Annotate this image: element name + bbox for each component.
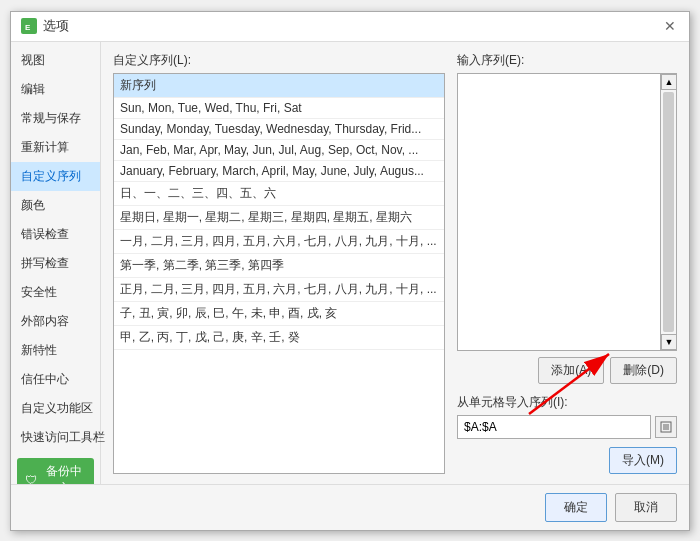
scroll-thumb[interactable]	[663, 92, 674, 332]
sidebar: 视图 编辑 常规与保存 重新计算 自定义序列 颜色 错误检查 拼写检查 安全性 …	[11, 42, 101, 484]
sidebar-item-view[interactable]: 视图	[11, 46, 100, 75]
list-label: 自定义序列(L):	[113, 52, 445, 69]
sidebar-item-recalc[interactable]: 重新计算	[11, 133, 100, 162]
sidebar-item-general[interactable]: 常规与保存	[11, 104, 100, 133]
cancel-button[interactable]: 取消	[615, 493, 677, 522]
custom-list-box[interactable]: 新序列 Sun, Mon, Tue, Wed, Thu, Fri, Sat Su…	[113, 73, 445, 474]
list-item-2[interactable]: Jan, Feb, Mar, Apr, May, Jun, Jul, Aug, …	[114, 140, 444, 161]
svg-text:E: E	[25, 23, 31, 32]
right-panel: 输入序列(E): ▲ ▼ 添加(A) 删除(D)	[457, 52, 677, 474]
list-item-5[interactable]: 星期日, 星期一, 星期二, 星期三, 星期四, 星期五, 星期六	[114, 206, 444, 230]
sidebar-item-quick-access[interactable]: 快速访问工具栏	[11, 423, 100, 452]
left-panel: 自定义序列(L): 新序列 Sun, Mon, Tue, Wed, Thu, F…	[113, 52, 445, 474]
add-button[interactable]: 添加(A)	[538, 357, 604, 384]
sidebar-item-trust[interactable]: 信任中心	[11, 365, 100, 394]
sidebar-bottom: 🛡 备份中心 ⊙ 操作技巧	[11, 452, 100, 484]
scroll-up-btn[interactable]: ▲	[661, 74, 677, 90]
close-button[interactable]: ✕	[661, 17, 679, 35]
title-bar-left: E 选项	[21, 17, 69, 35]
svg-rect-3	[663, 424, 669, 430]
app-icon: E	[21, 18, 37, 34]
list-item-10[interactable]: 甲, 乙, 丙, 丁, 戊, 己, 庚, 辛, 壬, 癸	[114, 326, 444, 350]
dialog-footer: 确定 取消	[11, 484, 689, 530]
backup-icon: 🛡	[25, 473, 37, 484]
textarea-wrap	[457, 73, 661, 351]
pick-range-button[interactable]	[655, 416, 677, 438]
confirm-button[interactable]: 确定	[545, 493, 607, 522]
sidebar-item-custom-list[interactable]: 自定义序列	[11, 162, 100, 191]
input-label: 输入序列(E):	[457, 52, 677, 69]
sidebar-item-edit[interactable]: 编辑	[11, 75, 100, 104]
import-btn-row: 导入(M)	[457, 447, 677, 474]
delete-button[interactable]: 删除(D)	[610, 357, 677, 384]
list-item-9[interactable]: 子, 丑, 寅, 卯, 辰, 巳, 午, 未, 申, 酉, 戌, 亥	[114, 302, 444, 326]
sidebar-item-color[interactable]: 颜色	[11, 191, 100, 220]
list-item-8[interactable]: 正月, 二月, 三月, 四月, 五月, 六月, 七月, 八月, 九月, 十月, …	[114, 278, 444, 302]
input-sequence-textarea[interactable]	[457, 73, 661, 351]
backup-center-button[interactable]: 🛡 备份中心	[17, 458, 94, 484]
list-item-0[interactable]: Sun, Mon, Tue, Wed, Thu, Fri, Sat	[114, 98, 444, 119]
sidebar-item-spell[interactable]: 拼写检查	[11, 249, 100, 278]
list-item-1[interactable]: Sunday, Monday, Tuesday, Wednesday, Thur…	[114, 119, 444, 140]
import-button[interactable]: 导入(M)	[609, 447, 677, 474]
sidebar-item-external[interactable]: 外部内容	[11, 307, 100, 336]
list-item-new[interactable]: 新序列	[114, 74, 444, 98]
import-label: 从单元格导入序列(I):	[457, 394, 677, 411]
range-pick-icon	[660, 421, 672, 433]
dialog-title: 选项	[43, 17, 69, 35]
list-item-4[interactable]: 日、一、二、三、四、五、六	[114, 182, 444, 206]
list-item-3[interactable]: January, February, March, April, May, Ju…	[114, 161, 444, 182]
import-row	[457, 415, 677, 439]
title-bar: E 选项 ✕	[11, 12, 689, 42]
sidebar-item-customize[interactable]: 自定义功能区	[11, 394, 100, 423]
import-field[interactable]	[457, 415, 651, 439]
input-area-wrap: ▲ ▼	[457, 73, 677, 351]
sidebar-item-error-check[interactable]: 错误检查	[11, 220, 100, 249]
import-section: 从单元格导入序列(I): 导入(M)	[457, 394, 677, 474]
list-item-6[interactable]: 一月, 二月, 三月, 四月, 五月, 六月, 七月, 八月, 九月, 十月, …	[114, 230, 444, 254]
sidebar-item-security[interactable]: 安全性	[11, 278, 100, 307]
main-content: 自定义序列(L): 新序列 Sun, Mon, Tue, Wed, Thu, F…	[101, 42, 689, 484]
options-dialog: E 选项 ✕ 视图 编辑 常规与保存 重新计算 自定义序列 颜色 错误检查 拼写…	[10, 11, 690, 531]
dialog-body: 视图 编辑 常规与保存 重新计算 自定义序列 颜色 错误检查 拼写检查 安全性 …	[11, 42, 689, 484]
sidebar-item-new-feature[interactable]: 新特性	[11, 336, 100, 365]
content-row: 自定义序列(L): 新序列 Sun, Mon, Tue, Wed, Thu, F…	[113, 52, 677, 474]
scrollbar: ▲ ▼	[661, 73, 677, 351]
list-item-7[interactable]: 第一季, 第二季, 第三季, 第四季	[114, 254, 444, 278]
scroll-down-btn[interactable]: ▼	[661, 334, 677, 350]
right-buttons: 添加(A) 删除(D)	[457, 357, 677, 384]
